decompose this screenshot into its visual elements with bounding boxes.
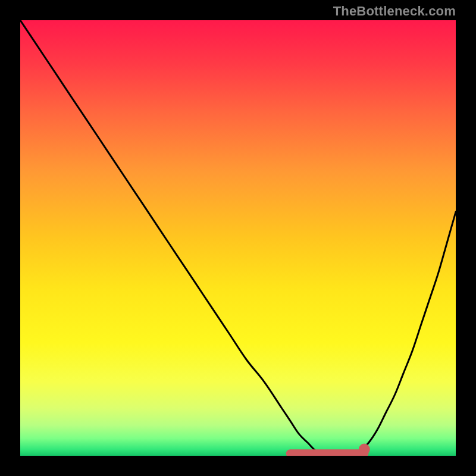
marker-dot: [359, 444, 369, 455]
chart-frame: TheBottleneck.com: [0, 0, 476, 476]
watermark-text: TheBottleneck.com: [333, 4, 456, 19]
plot-area: [20, 20, 456, 456]
curve-layer: [20, 20, 456, 456]
bottleneck-curve: [20, 20, 456, 456]
